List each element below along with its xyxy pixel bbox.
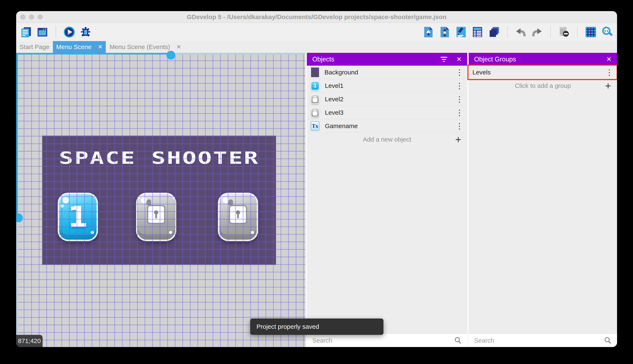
objects-search-bar	[307, 334, 467, 347]
filter-icon[interactable]	[441, 57, 447, 62]
editor-content: SPACE SHOOTER 1	[16, 53, 617, 347]
grid-icon[interactable]	[585, 26, 597, 38]
layers-icon[interactable]	[488, 26, 500, 38]
vertical-scrollbar-thumb[interactable]	[16, 214, 23, 222]
close-panel-icon[interactable]: ✕	[606, 56, 611, 63]
object-label: Level3	[325, 109, 343, 116]
object-menu-icon[interactable]: ⋮	[455, 95, 463, 103]
object-thumbnail: 1	[311, 81, 320, 90]
zoom-label: 1:1	[604, 29, 608, 33]
title-bar: GDevelop 5 - /Users/dkarakay/Documents/G…	[16, 11, 617, 23]
object-label: Level2	[325, 96, 343, 103]
toast-message: Project properly saved	[256, 323, 319, 330]
object-thumbnail	[311, 68, 319, 77]
add-object-label: Add a new object	[363, 136, 411, 143]
search-icon[interactable]	[454, 337, 462, 344]
redo-icon[interactable]	[531, 26, 543, 38]
object-thumbnail-lock-icon	[311, 94, 320, 104]
tab-menu-scene[interactable]: Menu Scene ✕	[53, 41, 106, 53]
tab-menu-scene-events[interactable]: Menu Scene (Events) ✕	[106, 41, 185, 53]
object-menu-icon[interactable]: ⋮	[455, 122, 463, 130]
object-menu-icon[interactable]: ⋮	[455, 82, 463, 90]
object-row-background[interactable]: Background ⋮	[307, 66, 467, 79]
scene-canvas[interactable]: SPACE SHOOTER 1	[16, 53, 305, 347]
cursor-coordinates-badge: 871;420	[16, 335, 43, 347]
object-groups-panel: Object Groups ✕ Levels ⋮ Click to add a …	[469, 53, 617, 347]
horizontal-scrollbar-thumb[interactable]	[166, 51, 175, 60]
panel-title: Objects	[312, 56, 441, 63]
tab-bar: Start Page Menu Scene ✕ Menu Scene (Even…	[16, 41, 617, 53]
objects-search-input[interactable]	[312, 337, 451, 344]
objects-panel: Objects ✕ Background ⋮ 1 Level1 ⋮ Level2…	[307, 53, 467, 347]
object-groups-panel-header: Object Groups ✕	[469, 53, 617, 66]
tab-label: Menu Scene (Events)	[110, 44, 170, 50]
panel-title: Object Groups	[474, 56, 606, 63]
object-menu-icon[interactable]: ⋮	[455, 108, 463, 116]
object-row-level2[interactable]: Level2 ⋮	[307, 92, 467, 106]
main-toolbar: 1:1	[16, 23, 617, 41]
add-object-row[interactable]: Add a new object +	[307, 133, 467, 146]
save-toast: Project properly saved	[250, 318, 384, 335]
add-group-label: Click to add a group	[515, 82, 571, 89]
toolbar-separator	[507, 26, 507, 38]
toolbar-separator	[550, 26, 551, 38]
project-manager-icon[interactable]	[20, 26, 32, 38]
zoom-original-icon[interactable]: 1:1	[601, 26, 613, 38]
tab-label: Menu Scene	[56, 44, 91, 50]
close-panel-icon[interactable]: ✕	[457, 56, 462, 63]
add-group-row[interactable]: Click to add a group +	[469, 79, 617, 92]
group-row-levels[interactable]: Levels ⋮	[469, 66, 617, 79]
preview-play-icon[interactable]	[63, 26, 75, 38]
level2-locked-sprite	[136, 193, 176, 241]
object-thumbnail-text-icon: Tx	[311, 121, 320, 131]
window-title: GDevelop 5 - /Users/dkarakay/Documents/G…	[16, 11, 617, 23]
group-label: Levels	[472, 69, 491, 76]
object-row-level3[interactable]: Level3 ⋮	[307, 106, 467, 119]
lock-icon	[228, 202, 248, 224]
game-preview-area: SPACE SHOOTER 1	[42, 136, 276, 264]
objects-panel-header: Objects ✕	[307, 53, 467, 66]
groups-search-bar	[469, 334, 617, 347]
groups-search-input[interactable]	[474, 337, 601, 344]
group-menu-icon[interactable]: ⋮	[605, 68, 613, 76]
minimize-window-button[interactable]	[29, 14, 34, 20]
toolbar-separator	[56, 26, 56, 38]
object-groups-editor-icon[interactable]	[439, 26, 451, 38]
gdevelop-window: GDevelop 5 - /Users/dkarakay/Documents/G…	[16, 11, 617, 347]
level1-number: 1	[59, 194, 97, 240]
close-window-button[interactable]	[20, 14, 26, 20]
zoom-window-button[interactable]	[38, 14, 43, 20]
level1-button-sprite: 1	[58, 193, 98, 241]
level3-locked-sprite	[218, 193, 258, 241]
plus-icon[interactable]: +	[605, 80, 611, 91]
undo-icon[interactable]	[515, 26, 527, 38]
object-label: Level1	[325, 82, 343, 89]
panel-divider	[305, 53, 307, 347]
object-row-gamename[interactable]: Tx Gamename ⋮	[307, 119, 467, 133]
search-icon[interactable]	[604, 337, 611, 344]
plus-icon[interactable]: +	[455, 134, 461, 145]
object-thumbnail-lock-icon	[311, 108, 320, 118]
lock-icon	[147, 202, 166, 224]
properties-icon[interactable]	[455, 26, 467, 38]
object-row-level1[interactable]: 1 Level1 ⋮	[307, 79, 467, 92]
objects-editor-icon[interactable]	[422, 26, 434, 38]
horizontal-scrollbar[interactable]	[16, 53, 305, 54]
instances-list-icon[interactable]	[471, 26, 484, 38]
object-label: Background	[325, 69, 358, 76]
scene-window-icon[interactable]	[36, 26, 49, 38]
tab-close-icon[interactable]: ✕	[176, 44, 181, 50]
object-label: Gamename	[325, 122, 358, 130]
tab-close-icon[interactable]: ✕	[98, 44, 103, 50]
panel-divider	[467, 53, 469, 347]
tab-label: Start Page	[20, 44, 50, 50]
debug-icon[interactable]	[80, 26, 92, 38]
object-menu-icon[interactable]: ⋮	[455, 68, 463, 76]
toolbar-separator	[577, 26, 578, 38]
scene-title-text: SPACE SHOOTER	[42, 148, 276, 168]
vertical-scrollbar[interactable]	[16, 53, 18, 347]
traffic-lights	[20, 14, 43, 20]
tab-start-page[interactable]: Start Page	[16, 41, 53, 53]
window-mask-icon[interactable]	[558, 26, 570, 38]
